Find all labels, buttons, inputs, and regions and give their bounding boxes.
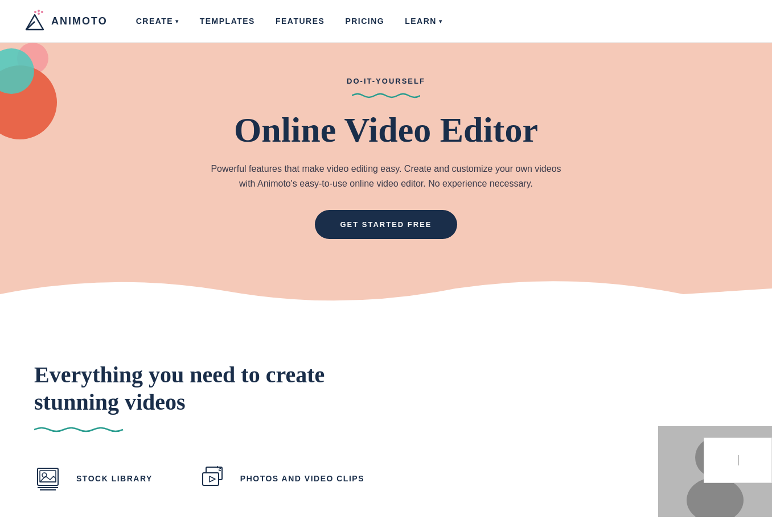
text-cursor bbox=[738, 455, 738, 465]
svg-rect-12 bbox=[203, 473, 219, 485]
chevron-down-icon: ▾ bbox=[175, 18, 179, 24]
image-overlay-box bbox=[704, 438, 772, 483]
stock-library-icon bbox=[34, 463, 66, 494]
hero-description: Powerful features that make video editin… bbox=[204, 162, 568, 191]
nav-learn[interactable]: LEARN ▾ bbox=[405, 17, 442, 26]
hero-subtitle: DO-IT-YOURSELF bbox=[11, 77, 761, 85]
svg-point-2 bbox=[41, 11, 43, 13]
photos-video-label: PHOTOS AND VIDEO CLIPS bbox=[240, 474, 364, 483]
lower-title: Everything you need to create stunning v… bbox=[34, 361, 330, 416]
lower-wavy-decoration bbox=[34, 425, 125, 434]
lower-section: Everything you need to create stunning v… bbox=[0, 316, 772, 517]
logo-text: ANIMOTO bbox=[51, 15, 108, 27]
bottom-right-image bbox=[658, 426, 772, 517]
header: ANIMOTO CREATE ▾ TEMPLATES FEATURES PRIC… bbox=[0, 0, 772, 43]
svg-point-0 bbox=[34, 11, 36, 13]
feature-stock-library: STOCK LIBRARY bbox=[34, 463, 153, 494]
hero-section: DO-IT-YOURSELF Online Video Editor Power… bbox=[0, 43, 772, 316]
hero-title: Online Video Editor bbox=[11, 110, 761, 149]
wavy-decoration bbox=[352, 91, 420, 100]
svg-line-15 bbox=[219, 468, 221, 469]
features-row: STOCK LIBRARY PHOTOS AND VIDEO CLIPS bbox=[34, 463, 738, 494]
nav-features[interactable]: FEATURES bbox=[276, 17, 325, 26]
chevron-down-icon: ▾ bbox=[439, 18, 443, 24]
svg-point-1 bbox=[38, 10, 40, 12]
svg-point-3 bbox=[38, 13, 40, 15]
photos-video-icon bbox=[198, 463, 230, 494]
nav-pricing[interactable]: PRICING bbox=[345, 17, 384, 26]
get-started-button[interactable]: GET STARTED FREE bbox=[315, 210, 457, 239]
feature-photos-video: PHOTOS AND VIDEO CLIPS bbox=[198, 463, 364, 494]
nav-templates[interactable]: TEMPLATES bbox=[200, 17, 255, 26]
stock-library-label: STOCK LIBRARY bbox=[76, 474, 153, 483]
hero-wave-shape bbox=[0, 271, 772, 317]
main-nav: CREATE ▾ TEMPLATES FEATURES PRICING LEAR… bbox=[136, 17, 443, 26]
nav-create[interactable]: CREATE ▾ bbox=[136, 17, 179, 26]
logo[interactable]: ANIMOTO bbox=[23, 9, 108, 33]
